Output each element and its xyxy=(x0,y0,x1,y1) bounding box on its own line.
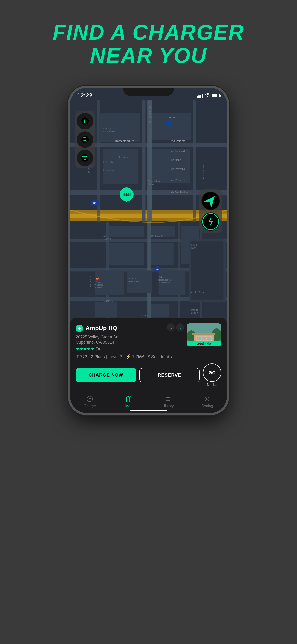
navigate-button[interactable] xyxy=(202,192,220,210)
svg-text:Homestead Rd: Homestead Rd xyxy=(115,139,134,142)
svg-text:Safeway: Safeway xyxy=(118,156,128,158)
bell-button[interactable] xyxy=(176,324,184,331)
svg-rect-33 xyxy=(151,304,169,318)
search-button[interactable] xyxy=(77,131,93,148)
svg-rect-106 xyxy=(166,397,170,398)
wifi-icon xyxy=(205,93,210,98)
svg-text:Chevron: Chevron xyxy=(167,116,176,119)
history-tab-icon xyxy=(164,395,172,403)
svg-rect-98 xyxy=(197,337,200,340)
go-button[interactable]: GO xyxy=(203,364,221,382)
svg-text:Hotel: Hotel xyxy=(148,183,154,186)
svg-rect-100 xyxy=(208,337,211,340)
station-card: AmpUp HQ xyxy=(70,318,227,392)
tab-charge[interactable]: Charge xyxy=(76,395,104,408)
notch xyxy=(123,88,174,96)
home-indicator xyxy=(130,410,167,411)
station-name: AmpUp HQ xyxy=(86,324,118,332)
lightning-button[interactable] xyxy=(202,212,220,231)
svg-text:Manley: Manley xyxy=(103,127,112,130)
svg-point-109 xyxy=(206,398,208,400)
svg-text:Apple: Apple xyxy=(96,281,102,283)
headline: FIND A CHARGER NEAR YOU xyxy=(53,21,244,67)
station-image-container: Available xyxy=(187,324,221,346)
map-tab-label: Map xyxy=(125,404,132,408)
signal-bars-icon xyxy=(196,93,203,98)
svg-text:Pet Club: Pet Club xyxy=(103,161,113,164)
setting-tab-icon xyxy=(203,395,211,403)
status-icons xyxy=(196,93,220,98)
svg-text:Via Pelamos: Via Pelamos xyxy=(171,179,185,182)
svg-text:Valley: Valley xyxy=(103,235,109,238)
svg-text:Via Portofino: Via Portofino xyxy=(171,168,185,170)
bookmark-button[interactable] xyxy=(167,324,175,331)
map-area: Homestead Rd Via Volante Via Lombard Via… xyxy=(70,88,227,413)
map-tab-icon xyxy=(125,395,133,403)
tab-history[interactable]: History xyxy=(154,395,182,408)
tab-map[interactable]: Map xyxy=(115,395,143,408)
svg-rect-12 xyxy=(152,148,190,183)
info-button[interactable]: i xyxy=(77,113,93,130)
svg-text:Brewhouse: Brewhouse xyxy=(159,281,170,284)
svg-text:Outback: Outback xyxy=(128,278,136,280)
svg-text:Loop 6: Loop 6 xyxy=(191,312,199,314)
station-logo xyxy=(76,325,83,332)
headline-line1: FIND A CHARGER xyxy=(53,21,244,44)
battery-icon xyxy=(212,94,220,98)
svg-point-81 xyxy=(81,136,89,143)
svg-text:Wellness: Wellness xyxy=(94,284,103,286)
svg-text:Cupertino: Cupertino xyxy=(148,180,160,183)
distance-label: 3 miles xyxy=(207,383,217,386)
svg-text:Via Lombard: Via Lombard xyxy=(171,150,185,152)
svg-text:80: 80 xyxy=(92,201,96,204)
svg-text:i: i xyxy=(84,118,86,124)
charge-tab-label: Charge xyxy=(84,404,96,408)
card-details: J1772 | 2 Plugs | Level 2 | ⚡ 7.7kW | $ … xyxy=(76,354,221,359)
svg-text:Acadia Ct: Acadia Ct xyxy=(103,300,113,302)
svg-rect-22 xyxy=(109,226,144,237)
svg-rect-25 xyxy=(151,242,174,265)
tab-setting[interactable]: Setting xyxy=(194,395,221,408)
svg-text:Infinite: Infinite xyxy=(191,244,198,246)
svg-text:Mariani 1: Mariani 1 xyxy=(140,314,150,317)
map-toolbar-left: i xyxy=(75,111,95,168)
svg-text:Beardon Dr: Beardon Dr xyxy=(89,276,92,288)
map-toolbar-right xyxy=(199,189,222,233)
svg-text:De Anza 8: De Anza 8 xyxy=(151,235,162,238)
svg-text:Via Napoli: Via Napoli xyxy=(171,159,182,162)
filter-button[interactable] xyxy=(77,150,93,166)
station-address-line1: 20725 Valley Green Dr, Cupertino, CA 950… xyxy=(76,334,184,345)
setting-tab-label: Setting xyxy=(202,404,213,408)
svg-text:Via San Marino: Via San Marino xyxy=(171,191,188,194)
station-rating: ★★★★★ (9) xyxy=(76,346,184,352)
svg-rect-107 xyxy=(166,399,170,400)
svg-text:N De Anza Blvd: N De Anza Blvd xyxy=(148,106,151,123)
svg-text:Apple Camp: Apple Camp xyxy=(191,291,205,294)
svg-text:Center: Center xyxy=(95,286,102,289)
svg-rect-10 xyxy=(103,148,138,184)
headline-line2: NEAR YOU xyxy=(53,44,244,67)
reserve-button[interactable]: RESERVE xyxy=(139,368,200,382)
svg-text:Stein Mart: Stein Mart xyxy=(103,169,115,172)
svg-text:Via Sorrento: Via Sorrento xyxy=(202,165,205,179)
svg-text:Via Volante: Via Volante xyxy=(171,139,186,142)
svg-rect-108 xyxy=(166,400,170,401)
charge-now-button[interactable]: CHARGE NOW xyxy=(76,368,136,382)
card-buttons: CHARGE NOW RESERVE GO 3 miles xyxy=(76,364,221,386)
svg-rect-102 xyxy=(192,332,216,335)
svg-text:Restaurant &: Restaurant & xyxy=(158,279,171,281)
svg-text:Green 6: Green 6 xyxy=(103,238,112,240)
history-tab-label: History xyxy=(162,404,174,408)
svg-text:Loop: Loop xyxy=(191,247,196,250)
status-time: 12:22 xyxy=(77,92,92,99)
available-badge: Available xyxy=(187,341,221,346)
svg-text:76: 76 xyxy=(156,268,159,271)
svg-text:Donut Shop: Donut Shop xyxy=(103,130,116,133)
svg-text:Steakhouse: Steakhouse xyxy=(127,280,139,282)
svg-rect-32 xyxy=(95,302,117,318)
svg-text:≋≋: ≋≋ xyxy=(123,192,131,198)
charger-map-pin[interactable]: ≋≋ xyxy=(118,187,135,206)
svg-text:Infinite: Infinite xyxy=(191,309,198,312)
svg-point-52 xyxy=(166,120,171,126)
svg-rect-24 xyxy=(109,242,144,265)
